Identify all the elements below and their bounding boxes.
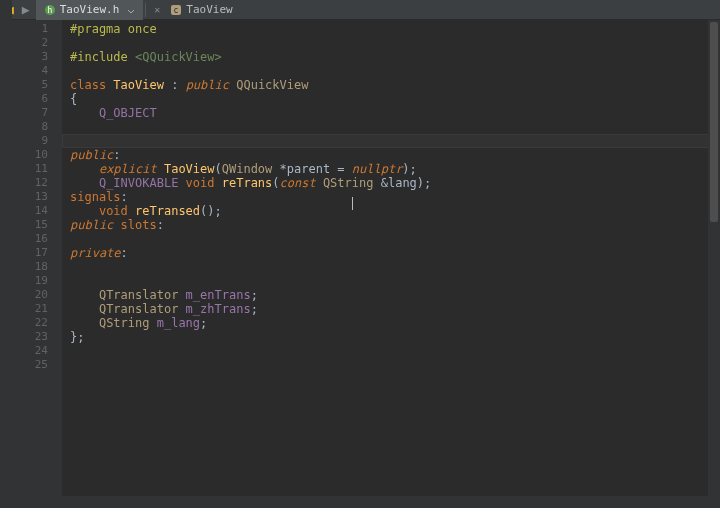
class-icon: c	[170, 4, 182, 16]
line-number: 2	[0, 36, 62, 50]
tab-close[interactable]: ✕	[148, 0, 164, 20]
line-number: 5	[0, 78, 62, 92]
line-number: 22	[0, 316, 62, 330]
tab-bar: ◀ ▶ h TaoView.h ✕ c TaoView	[0, 0, 720, 20]
code-line	[62, 36, 720, 50]
tab-divider	[145, 3, 146, 17]
breadcrumb-label: TaoView	[186, 3, 232, 16]
scrollbar-thumb[interactable]	[710, 22, 718, 222]
code-line: {	[62, 92, 720, 106]
code-line: Q_OBJECT	[62, 106, 720, 120]
nav-forward-icon[interactable]: ▶	[22, 3, 30, 16]
tab-label: TaoView.h	[60, 3, 120, 16]
line-number: 10	[0, 148, 62, 162]
code-line: void reTransed();	[62, 204, 720, 218]
svg-text:c: c	[174, 6, 179, 15]
line-number: 1	[0, 22, 62, 36]
breadcrumb[interactable]: c TaoView	[164, 3, 238, 16]
code-line: #include <QQuickView>	[62, 50, 720, 64]
code-line: explicit TaoView(QWindow *parent = nullp…	[62, 162, 720, 176]
code-area[interactable]: #pragma once #include <QQuickView> class…	[62, 20, 720, 508]
line-number: 7	[0, 106, 62, 120]
code-line: class TaoView : public QQuickView	[62, 78, 720, 92]
line-number: 19	[0, 274, 62, 288]
cpp-header-icon: h	[44, 4, 56, 16]
gutter: 1 2 3 4 5 6 7 8 9 10 11 12 13 14 15 16 1…	[0, 20, 62, 508]
line-number: 8	[0, 120, 62, 134]
svg-text:h: h	[47, 6, 52, 15]
line-number: 18	[0, 260, 62, 274]
line-number: 14	[0, 204, 62, 218]
line-number: 23	[0, 330, 62, 344]
close-icon: ✕	[154, 4, 160, 15]
line-number: 21	[0, 302, 62, 316]
code-line: signals:	[62, 190, 720, 204]
line-number: 13	[0, 190, 62, 204]
line-number: 24	[0, 344, 62, 358]
code-line	[62, 260, 720, 274]
line-number: 16	[0, 232, 62, 246]
line-number: 6	[0, 92, 62, 106]
line-number: 11	[0, 162, 62, 176]
line-number: 25	[0, 358, 62, 372]
code-line	[62, 274, 720, 288]
code-line	[62, 64, 720, 78]
code-line	[62, 232, 720, 246]
code-line: public slots:	[62, 218, 720, 232]
line-number: 15	[0, 218, 62, 232]
code-line: public:	[62, 148, 720, 162]
line-number: 3	[0, 50, 62, 64]
tab-dropdown-icon[interactable]	[127, 6, 135, 14]
text-cursor	[352, 197, 353, 210]
code-line	[62, 358, 720, 372]
code-line	[62, 344, 720, 358]
code-line: };	[62, 330, 720, 344]
line-number: 12	[0, 176, 62, 190]
code-line: #pragma once	[62, 22, 720, 36]
line-number: 20	[0, 288, 62, 302]
scrollbar-vertical[interactable]	[708, 20, 720, 508]
code-line	[62, 120, 720, 134]
line-number: 17	[0, 246, 62, 260]
line-number: 9	[0, 134, 62, 148]
code-line: QString m_lang;	[62, 316, 720, 330]
tab-taoview-h[interactable]: h TaoView.h	[36, 0, 144, 20]
editor[interactable]: 1 2 3 4 5 6 7 8 9 10 11 12 13 14 15 16 1…	[0, 20, 720, 508]
code-line: Q_INVOKABLE void reTrans(const QString &…	[62, 176, 720, 190]
code-line-current	[62, 134, 720, 148]
line-number: 4	[0, 64, 62, 78]
code-line: QTranslator m_zhTrans;	[62, 302, 720, 316]
scrollbar-horizontal[interactable]	[62, 496, 708, 508]
code-line: private:	[62, 246, 720, 260]
code-line: QTranslator m_enTrans;	[62, 288, 720, 302]
